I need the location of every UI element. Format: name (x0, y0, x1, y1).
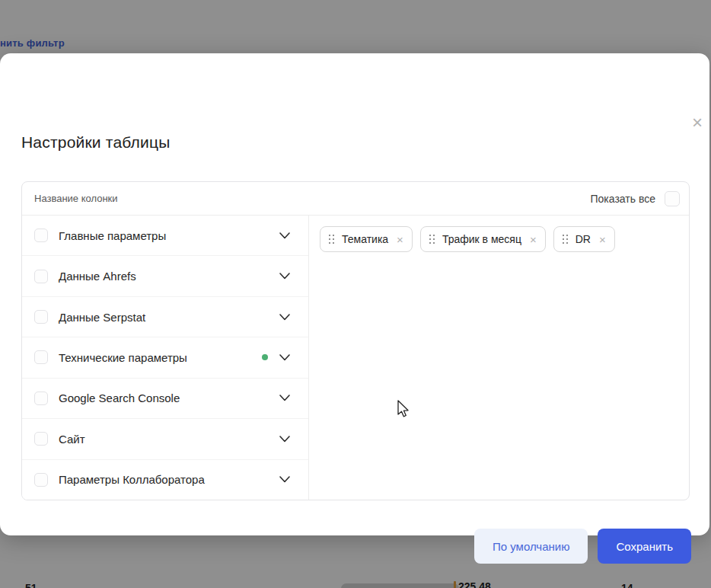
category-row[interactable]: Главные параметры (22, 216, 308, 256)
category-label: Параметры Коллаборатора (59, 473, 205, 486)
category-row[interactable]: Параметры Коллаборатора (22, 460, 308, 500)
drag-handle-icon[interactable] (563, 235, 569, 244)
column-chip[interactable]: Тематика × (320, 226, 413, 252)
table-settings-modal: Настройки таблицы × Название колонки Пок… (0, 53, 709, 535)
category-row[interactable]: Данные Serpstat (22, 297, 308, 337)
column-name-label: Название колонки (34, 193, 118, 204)
category-label: Данные Ahrefs (59, 270, 136, 283)
category-row[interactable]: Сайт (22, 419, 308, 459)
panel-body: Главные параметры Данные Ahrefs (22, 216, 689, 500)
remove-chip-icon[interactable]: × (599, 234, 606, 245)
category-label: Google Search Console (59, 391, 180, 404)
category-checkbox[interactable] (34, 310, 48, 324)
close-icon[interactable]: × (688, 114, 706, 133)
category-row[interactable]: Технические параметры (22, 337, 308, 378)
category-row[interactable]: Google Search Console (22, 379, 308, 419)
modal-footer: По умолчанию Сохранить (474, 529, 691, 564)
modal-title: Настройки таблицы (21, 133, 170, 152)
chevron-down-icon[interactable] (279, 232, 290, 239)
column-chip[interactable]: DR × (553, 226, 615, 252)
save-button[interactable]: Сохранить (598, 529, 691, 564)
remove-chip-icon[interactable]: × (530, 234, 537, 245)
category-list: Главные параметры Данные Ahrefs (22, 216, 309, 500)
category-checkbox[interactable] (34, 228, 48, 242)
columns-panel: Название колонки Показать все Главные па… (21, 181, 690, 500)
category-checkbox[interactable] (34, 473, 48, 487)
remove-chip-icon[interactable]: × (397, 234, 403, 245)
chip-label: Тематика (342, 233, 388, 245)
active-indicator-dot (262, 354, 268, 360)
selected-columns-area: Тематика × Трафик в месяц × DR × (309, 216, 689, 500)
category-label: Технические параметры (59, 351, 187, 364)
category-label: Сайт (59, 433, 85, 446)
chevron-down-icon[interactable] (279, 314, 290, 321)
chip-label: DR (575, 233, 591, 245)
chevron-down-icon[interactable] (279, 273, 290, 280)
chevron-down-icon[interactable] (279, 476, 290, 483)
default-button[interactable]: По умолчанию (474, 529, 588, 564)
chip-label: Трафик в месяц (442, 233, 521, 245)
category-checkbox[interactable] (34, 432, 48, 446)
drag-handle-icon[interactable] (429, 235, 435, 244)
category-row[interactable]: Данные Ahrefs (22, 256, 308, 296)
show-all-label: Показать все (591, 193, 655, 205)
category-label: Данные Serpstat (59, 311, 145, 324)
chevron-down-icon[interactable] (279, 436, 290, 443)
category-checkbox[interactable] (34, 391, 48, 405)
chevron-down-icon[interactable] (279, 354, 290, 361)
panel-header: Название колонки Показать все (22, 182, 689, 216)
category-checkbox[interactable] (34, 270, 48, 283)
chevron-down-icon[interactable] (279, 395, 290, 401)
show-all-checkbox[interactable] (665, 191, 680, 206)
category-checkbox[interactable] (34, 350, 48, 364)
drag-handle-icon[interactable] (329, 235, 335, 244)
category-label: Главные параметры (59, 229, 166, 242)
column-chip[interactable]: Трафик в месяц × (420, 226, 546, 252)
